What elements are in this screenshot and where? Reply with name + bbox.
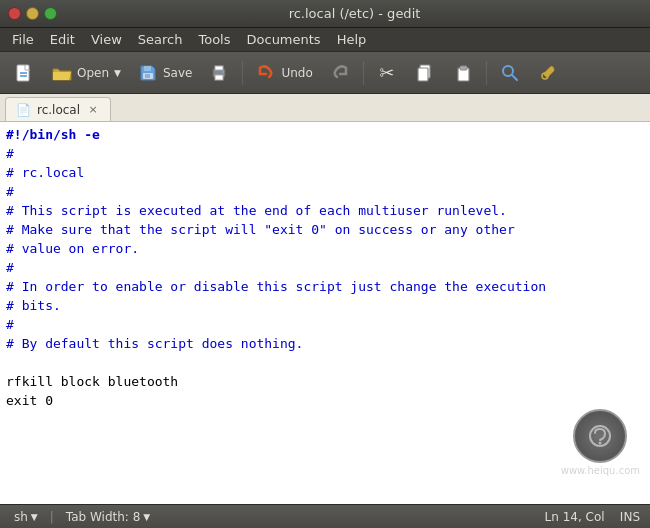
editor-area[interactable]: #!/bin/sh -e # # rc.local # # This scrip… <box>0 122 650 504</box>
new-icon <box>13 62 35 84</box>
svg-line-15 <box>512 75 517 80</box>
tab-width-label: Tab Width: 8 <box>66 510 140 524</box>
tab-label: rc.local <box>37 103 80 117</box>
watermark-url: www.heiqu.com <box>561 465 640 476</box>
status-left: sh ▼ | Tab Width: 8 ▼ <box>10 509 154 525</box>
svg-rect-8 <box>215 75 223 80</box>
open-icon <box>51 62 73 84</box>
line-14: rfkill block bluetooth <box>6 373 644 392</box>
line-3: # rc.local <box>6 164 644 183</box>
new-button[interactable] <box>6 57 42 89</box>
status-separator: | <box>50 510 54 524</box>
svg-rect-3 <box>144 66 151 71</box>
svg-rect-11 <box>418 68 428 81</box>
copy-button[interactable] <box>407 57 443 89</box>
line-1: #!/bin/sh -e <box>6 126 644 145</box>
language-label: sh <box>14 510 28 524</box>
tabbar: 📄 rc.local × <box>0 94 650 122</box>
line-5: # This script is executed at the end of … <box>6 202 644 221</box>
insert-mode: INS <box>620 510 640 524</box>
maximize-button[interactable] <box>44 7 57 20</box>
toolbar-separator-2 <box>363 61 364 85</box>
line-11: # <box>6 316 644 335</box>
language-arrow-icon: ▼ <box>31 512 38 522</box>
paste-button[interactable] <box>445 57 481 89</box>
undo-button[interactable]: Undo <box>248 57 319 89</box>
tab-width-arrow-icon: ▼ <box>143 512 150 522</box>
svg-point-18 <box>599 442 602 445</box>
menubar: File Edit View Search Tools Documents He… <box>0 28 650 52</box>
search-icon <box>499 62 521 84</box>
menu-help[interactable]: Help <box>329 30 375 49</box>
save-button[interactable]: Save <box>130 57 199 89</box>
cursor-position: Ln 14, Col <box>545 510 605 524</box>
open-label: Open <box>77 66 109 80</box>
svg-rect-5 <box>145 74 150 78</box>
menu-view[interactable]: View <box>83 30 130 49</box>
tools-button[interactable] <box>530 57 566 89</box>
line-15: exit 0 <box>6 392 644 411</box>
copy-icon <box>414 62 436 84</box>
menu-file[interactable]: File <box>4 30 42 49</box>
window-title: rc.local (/etc) - gedit <box>67 6 642 21</box>
watermark-icon <box>585 421 615 451</box>
line-6: # Make sure that the script will "exit 0… <box>6 221 644 240</box>
line-9: # In order to enable or disable this scr… <box>6 278 644 297</box>
save-icon <box>137 62 159 84</box>
redo-button[interactable] <box>322 57 358 89</box>
redo-icon <box>329 62 351 84</box>
menu-tools[interactable]: Tools <box>190 30 238 49</box>
cut-icon: ✂ <box>376 62 398 84</box>
file-icon: 📄 <box>16 103 31 117</box>
save-label: Save <box>163 66 192 80</box>
toolbar-separator-1 <box>242 61 243 85</box>
tab-close-button[interactable]: × <box>86 103 100 117</box>
tab-width-selector[interactable]: Tab Width: 8 ▼ <box>62 509 154 525</box>
tab-rclocal[interactable]: 📄 rc.local × <box>5 97 111 121</box>
window-controls[interactable] <box>8 7 57 20</box>
wrench-icon <box>537 62 559 84</box>
menu-search[interactable]: Search <box>130 30 191 49</box>
svg-point-9 <box>222 71 224 73</box>
statusbar: sh ▼ | Tab Width: 8 ▼ Ln 14, Col INS <box>0 504 650 528</box>
toolbar-separator-3 <box>486 61 487 85</box>
svg-rect-7 <box>215 66 223 70</box>
open-arrow-icon: ▼ <box>114 68 121 78</box>
editor-content: #!/bin/sh -e # # rc.local # # This scrip… <box>0 122 650 504</box>
watermark-circle <box>573 409 627 463</box>
line-2: # <box>6 145 644 164</box>
svg-rect-13 <box>460 66 467 70</box>
line-8: # <box>6 259 644 278</box>
paste-icon <box>452 62 474 84</box>
print-icon <box>208 62 230 84</box>
line-7: # value on error. <box>6 240 644 259</box>
menu-documents[interactable]: Documents <box>239 30 329 49</box>
minimize-button[interactable] <box>26 7 39 20</box>
print-button[interactable] <box>201 57 237 89</box>
open-button[interactable]: Open ▼ <box>44 57 128 89</box>
line-12: # By default this script does nothing. <box>6 335 644 354</box>
search-button[interactable] <box>492 57 528 89</box>
watermark: www.heiqu.com <box>561 409 640 476</box>
language-selector[interactable]: sh ▼ <box>10 509 42 525</box>
close-button[interactable] <box>8 7 21 20</box>
menu-edit[interactable]: Edit <box>42 30 83 49</box>
line-4: # <box>6 183 644 202</box>
undo-icon <box>255 62 277 84</box>
toolbar: Open ▼ Save <box>0 52 650 94</box>
undo-label: Undo <box>281 66 312 80</box>
cut-button[interactable]: ✂ <box>369 57 405 89</box>
status-right: Ln 14, Col INS <box>545 510 640 524</box>
line-10: # bits. <box>6 297 644 316</box>
line-13 <box>6 354 644 373</box>
titlebar: rc.local (/etc) - gedit <box>0 0 650 28</box>
